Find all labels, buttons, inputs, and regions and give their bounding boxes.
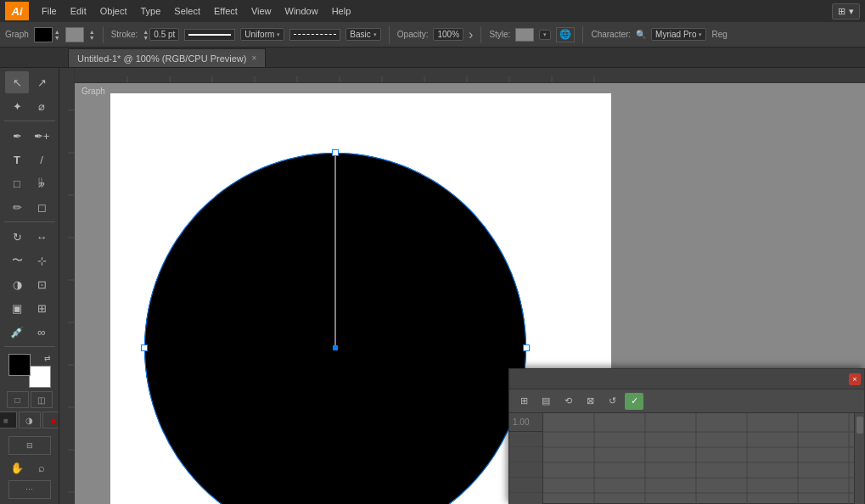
mesh-tool[interactable]: ⊞ [30, 297, 53, 319]
circle-shape[interactable] [144, 153, 526, 504]
eyedropper-tool[interactable]: 💉 [5, 321, 29, 343]
hand-tool[interactable]: ✋ [5, 456, 29, 479]
globe-btn[interactable]: 🌐 [556, 27, 575, 42]
tab-title: Untitled-1* @ 100% (RGB/CPU Preview) [77, 53, 246, 64]
panel-switch-btn[interactable]: ⊠ [581, 393, 599, 410]
background-color-swatch[interactable] [29, 366, 51, 388]
panel-titlebar: × [509, 369, 864, 389]
stroke-dash-display [289, 29, 340, 41]
options-bar: Graph ▲▼ ▲▼ Stroke: ▲▼ 0.5 pt Uniform ▾ … [0, 22, 865, 48]
tab-bar: Untitled-1* @ 100% (RGB/CPU Preview) × [0, 48, 865, 68]
direct-select-tool[interactable]: ↗ [30, 71, 53, 93]
type-tool[interactable]: T [5, 148, 29, 171]
stroke-type-dropdown[interactable]: Uniform ▾ [240, 28, 284, 41]
add-anchor-tool[interactable]: ✒+ [30, 125, 53, 147]
scale-tool[interactable]: ↔ [30, 226, 53, 248]
ruler-vertical [59, 68, 75, 504]
menu-item-effect[interactable]: Effect [208, 4, 244, 18]
workspace-switcher[interactable]: ⊞ ▾ [832, 3, 860, 20]
stroke-line-display [184, 29, 235, 41]
panel-import-btn[interactable]: ⊞ [514, 393, 533, 410]
screen-mode-3[interactable]: ■ [42, 412, 60, 428]
handle-center[interactable] [333, 345, 338, 350]
blend-tool[interactable]: ∞ [30, 321, 53, 343]
style-swatch[interactable] [515, 28, 534, 42]
panel-transpose-btn[interactable]: ⟲ [559, 393, 577, 410]
menu-item-window[interactable]: Window [279, 4, 324, 18]
screen-mode-1[interactable]: ■ [0, 412, 17, 428]
draw-inside-btn[interactable]: ◫ [31, 391, 53, 408]
free-transform-tool[interactable]: ⊹ [30, 249, 53, 272]
document-tab[interactable]: Untitled-1* @ 100% (RGB/CPU Preview) × [68, 48, 266, 67]
stroke-swatch[interactable] [65, 27, 84, 42]
pencil-tool[interactable]: ✏ [5, 196, 29, 218]
handle-left[interactable] [141, 344, 148, 351]
opacity-value[interactable]: 100% [433, 28, 463, 41]
zoom-tool[interactable]: ⌕ [30, 456, 53, 479]
workspace-arrow: ▾ [849, 6, 854, 17]
main-area: ↖ ↗ ✦ ⌀ ✒ ✒+ T / □ 𝄫 ✏ ◻ ↻ ↔ 〜 [0, 68, 865, 504]
eraser-tool[interactable]: ◻ [30, 196, 53, 218]
fill-arrows[interactable]: ▲▼ [54, 29, 60, 41]
shape-builder-tool[interactable]: ◑ [5, 273, 29, 295]
handle-top[interactable] [332, 149, 339, 156]
rotate-tool[interactable]: ↻ [5, 226, 29, 248]
artboard-btn[interactable]: ⊟ [8, 436, 51, 455]
panel-apply-btn[interactable]: ✓ [625, 393, 643, 410]
character-label: Character: [591, 30, 631, 39]
svg-rect-0 [59, 68, 865, 83]
line-tool[interactable]: / [30, 148, 53, 171]
fill-swatch[interactable] [34, 27, 53, 42]
globe-icon: 🌐 [559, 29, 571, 40]
stroke-type-chevron: ▾ [277, 31, 280, 38]
tab-close-btn[interactable]: × [251, 53, 256, 63]
foreground-color-swatch[interactable] [8, 354, 31, 376]
stroke-label: Stroke: [111, 30, 138, 39]
rectangle-tool[interactable]: □ [5, 172, 29, 194]
menu-item-help[interactable]: Help [326, 4, 357, 18]
circle-object-container[interactable] [144, 153, 526, 504]
menu-item-select[interactable]: Select [168, 4, 206, 18]
magic-wand-tool[interactable]: ✦ [5, 95, 29, 117]
graph-panel-label: Graph [76, 85, 110, 98]
lasso-tool[interactable]: ⌀ [30, 95, 53, 117]
stroke-dash-dropdown[interactable]: Basic ▾ [345, 28, 380, 41]
font-dropdown[interactable]: Myriad Pro ▾ [651, 28, 706, 41]
gradient-tool[interactable]: ▣ [5, 297, 29, 319]
swap-colors-btn[interactable]: ⇄ [44, 354, 51, 362]
menu-item-edit[interactable]: Edit [65, 4, 93, 18]
screen-mode-2[interactable]: ◑ [19, 412, 41, 428]
artboards-panel-btn[interactable]: ⋯ [8, 480, 51, 499]
select-tool[interactable]: ↖ [5, 71, 29, 93]
opacity-expand-btn[interactable]: › [469, 27, 473, 42]
stroke-width-value[interactable]: 0.5 pt [149, 28, 179, 41]
panel-scrollbar-vertical[interactable] [854, 413, 864, 504]
character-search-icon: 🔍 [636, 30, 646, 39]
stroke-arrows[interactable]: ▲▼ [89, 29, 95, 41]
workspace-icon: ⊞ [838, 6, 845, 17]
panel-revert-btn[interactable]: ↺ [603, 393, 621, 410]
canvas-area[interactable]: Graph × ⊞ ▤ ⟲ ⊠ [59, 68, 865, 504]
pen-tool[interactable]: ✒ [5, 125, 29, 147]
panel-columns-btn[interactable]: ▤ [536, 393, 555, 410]
menubar: Ai File Edit Object Type Select Effect V… [0, 0, 865, 22]
style-chevron: ▾ [543, 31, 547, 38]
panel-scrollbar-thumb-v[interactable] [857, 417, 863, 434]
normal-mode-btn[interactable]: □ [7, 391, 29, 408]
color-swatches: ⇄ [8, 354, 51, 388]
reg-label: Reg [711, 30, 727, 39]
warp-tool[interactable]: 〜 [5, 249, 29, 272]
menu-item-type[interactable]: Type [135, 4, 167, 18]
menu-item-view[interactable]: View [245, 4, 278, 18]
paintbrush-tool[interactable]: 𝄫 [30, 172, 53, 194]
perspective-tool[interactable]: ⊡ [30, 273, 53, 295]
menu-item-object[interactable]: Object [94, 4, 133, 18]
style-dropdown[interactable]: ▾ [539, 30, 551, 40]
svg-rect-13 [59, 68, 75, 504]
character-search[interactable]: 🔍 [636, 30, 646, 39]
style-label: Style: [489, 30, 510, 39]
menu-item-file[interactable]: File [36, 4, 63, 18]
panel-close-btn[interactable]: × [849, 373, 861, 385]
stroke-width-arrows[interactable]: ▲▼ [143, 29, 149, 41]
handle-right[interactable] [523, 344, 530, 351]
